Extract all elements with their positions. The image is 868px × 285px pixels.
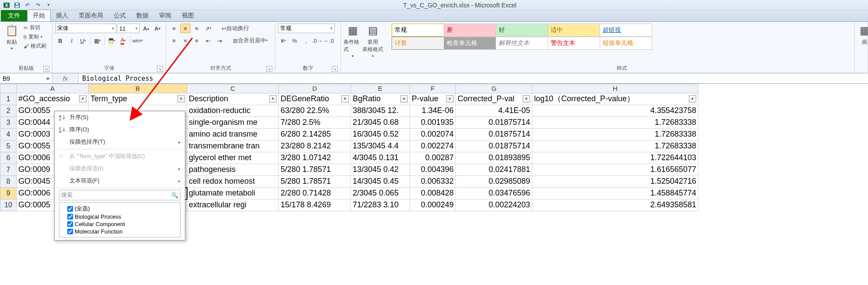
filter-dropdown[interactable]: ▾ — [689, 95, 696, 103]
tab-home[interactable]: 开始 — [27, 10, 51, 21]
row-header[interactable]: 2 — [0, 105, 17, 117]
data-cell[interactable]: 0.00287 — [410, 152, 456, 164]
align-launcher[interactable]: ↘ — [266, 66, 272, 72]
row-header[interactable]: 10 — [0, 199, 17, 211]
filter-checkbox-all[interactable]: (全选) — [61, 204, 178, 213]
data-cell[interactable]: glutamate metaboli — [187, 188, 279, 199]
data-cell[interactable]: 2.649358581 — [532, 199, 698, 211]
tab-review[interactable]: 审阅 — [154, 10, 177, 21]
row-header[interactable]: 1 — [0, 93, 17, 105]
fx-button[interactable]: fx — [59, 75, 72, 82]
insert-cells-button[interactable]: ▦插 — [858, 24, 868, 46]
italic-button[interactable]: I — [66, 36, 77, 45]
filter-checkbox-opt[interactable]: Molecular Function — [61, 228, 178, 235]
copy-button[interactable]: ⎘复制▾ — [23, 33, 47, 41]
filter-checkbox-opt[interactable]: Cellular Component — [61, 220, 178, 228]
data-cell[interactable]: cell redox homeost — [187, 176, 279, 188]
phonetic-button[interactable]: wén▾ — [132, 36, 143, 45]
orientation-button[interactable]: ⇗▾ — [203, 24, 213, 33]
style-cell[interactable]: 好 — [496, 24, 548, 37]
header-cell[interactable]: Term_type▾ — [89, 93, 187, 105]
column-header[interactable]: D — [279, 84, 351, 93]
column-header[interactable]: E — [351, 84, 410, 93]
tab-data[interactable]: 数据 — [131, 10, 154, 21]
header-cell[interactable]: #GO_accessio▾ — [17, 93, 89, 105]
header-cell[interactable]: P-value▾ — [410, 93, 456, 105]
column-header[interactable]: B — [89, 84, 187, 93]
grow-font-button[interactable]: A▴ — [141, 24, 151, 33]
data-cell[interactable]: 0.02417881 — [456, 164, 532, 176]
tab-view[interactable]: 视图 — [177, 10, 199, 21]
font-size-combo[interactable]: 11▾ — [117, 24, 140, 33]
data-cell[interactable]: 0.00224203 — [456, 199, 532, 211]
comma-button[interactable]: , — [301, 36, 311, 45]
data-cell[interactable]: 0.002274 — [410, 141, 456, 152]
sort-asc-item[interactable]: AZ 升序(S) — [55, 111, 185, 124]
data-cell[interactable]: 1.458845774 — [532, 188, 698, 199]
format-table-button[interactable]: ▤套用 表格格式▾ — [364, 24, 382, 58]
style-cell[interactable]: 适中 — [548, 24, 600, 37]
select-all-corner[interactable] — [0, 84, 17, 93]
column-header[interactable]: F — [410, 84, 456, 93]
align-top-button[interactable]: ≡ — [169, 24, 179, 33]
data-cell[interactable]: 1.72683338 — [532, 117, 698, 129]
tab-layout[interactable]: 页面布局 — [73, 10, 108, 21]
merge-button[interactable]: ⊞合并后居中▾ — [230, 36, 271, 45]
data-cell[interactable]: 0.008428 — [410, 188, 456, 199]
cut-button[interactable]: ✂剪切 — [23, 24, 47, 32]
data-cell[interactable]: 1.616565077 — [532, 164, 698, 176]
filter-dropdown[interactable]: ▾ — [177, 95, 185, 103]
indent-inc-button[interactable]: ⇥ — [214, 36, 225, 45]
data-cell[interactable]: 5/280 1.78571 — [279, 164, 351, 176]
underline-button[interactable]: U▾ — [78, 36, 88, 45]
header-cell[interactable]: Description▾ — [187, 93, 279, 105]
data-cell[interactable]: 2/280 0.71428 — [279, 188, 351, 199]
data-cell[interactable]: 5/280 1.78571 — [279, 176, 351, 188]
data-cell[interactable]: 0.002074 — [410, 129, 456, 141]
number-format-combo[interactable]: 常规▾ — [278, 24, 335, 33]
data-cell[interactable]: 4.355423758 — [532, 105, 698, 117]
filter-dropdown[interactable]: ▾ — [446, 95, 454, 103]
data-cell[interactable]: 7/280 2.5% — [279, 117, 351, 129]
filter-dropdown[interactable]: ▾ — [523, 95, 530, 103]
align-bottom-button[interactable]: ≡ — [191, 24, 202, 33]
data-cell[interactable]: 0.01893895 — [456, 152, 532, 164]
data-cell[interactable]: 14/3045 0.45 — [351, 176, 410, 188]
sort-desc-item[interactable]: ZA 降序(O) — [55, 124, 185, 136]
data-cell[interactable]: 0.001935 — [410, 117, 456, 129]
style-cell[interactable]: 解释性文本 — [496, 37, 548, 50]
redo-button[interactable]: ↷ — [33, 1, 43, 10]
data-cell[interactable]: 4/3045 0.131 — [351, 152, 410, 164]
header-cell[interactable]: Corrected_P-val▾ — [456, 93, 532, 105]
font-color-button[interactable]: A▾ — [118, 36, 128, 45]
header-cell[interactable]: BgRatio▾ — [351, 93, 410, 105]
column-header[interactable]: G — [456, 84, 532, 93]
data-cell[interactable]: 21/3045 0.68 — [351, 117, 410, 129]
data-cell[interactable]: amino acid transme — [187, 129, 279, 141]
number-launcher[interactable]: ↘ — [332, 66, 338, 72]
fill-color-button[interactable]: ⬒▾ — [107, 36, 117, 45]
column-header[interactable]: C — [187, 84, 279, 93]
header-cell[interactable]: log10（Corrected_P-value）▾ — [532, 93, 698, 105]
paste-button[interactable]: 📋 粘贴 ▼ — [3, 24, 21, 51]
filter-dropdown[interactable]: ▾ — [79, 95, 87, 103]
text-filter-item[interactable]: 文本筛选(F)▸ — [55, 175, 185, 187]
qat-dropdown[interactable]: ▼ — [44, 1, 53, 10]
data-cell[interactable]: 71/2283 3.10 — [351, 199, 410, 211]
data-cell[interactable]: glycerol ether met — [187, 152, 279, 164]
shrink-font-button[interactable]: A▾ — [152, 24, 163, 33]
row-header[interactable]: 4 — [0, 129, 17, 141]
data-cell[interactable]: pathogenesis — [187, 164, 279, 176]
font-name-combo[interactable]: 宋体▾ — [55, 24, 116, 33]
data-cell[interactable]: 0.000249 — [410, 199, 456, 211]
align-center-button[interactable]: ≡ — [180, 36, 191, 45]
row-header[interactable]: 6 — [0, 152, 17, 164]
header-cell[interactable]: DEGeneRatio▾ — [279, 93, 351, 105]
data-cell[interactable]: extracellular regi — [187, 199, 279, 211]
data-cell[interactable]: 3/280 1.07142 — [279, 152, 351, 164]
data-cell[interactable]: 16/3045 0.52 — [351, 129, 410, 141]
data-cell[interactable]: 4.41E-05 — [456, 105, 532, 117]
row-header[interactable]: 8 — [0, 176, 17, 188]
style-cell[interactable]: 检查单元格 — [444, 37, 496, 50]
row-header[interactable]: 7 — [0, 164, 17, 176]
